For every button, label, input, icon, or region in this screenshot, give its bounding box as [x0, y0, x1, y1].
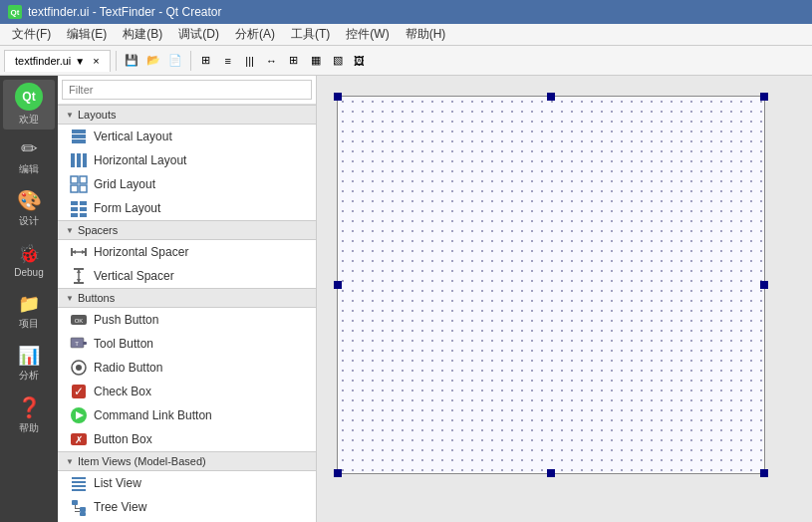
file-tab[interactable]: textfinder.ui ▼ ×: [4, 50, 111, 72]
svg-rect-0: [72, 130, 86, 133]
menu-edit[interactable]: 编辑(E): [59, 24, 115, 45]
grid-layout-label: Grid Layout: [94, 177, 155, 191]
handle-bottom-right[interactable]: [760, 469, 768, 477]
menu-tools[interactable]: 工具(T): [283, 24, 338, 45]
item-form-layout[interactable]: Form Layout: [58, 196, 316, 220]
item-list-view[interactable]: List View: [58, 471, 316, 495]
design-icon: 🎨: [17, 188, 42, 212]
menu-build[interactable]: 构建(B): [115, 24, 170, 45]
command-link-button-label: Command Link Button: [94, 408, 212, 422]
toolbar-btn-open[interactable]: 📂: [143, 51, 163, 71]
handle-top-left[interactable]: [334, 93, 342, 101]
sidebar-btn-design[interactable]: 🎨 设计: [3, 183, 55, 233]
svg-rect-9: [80, 185, 87, 192]
toolbar-btn-1[interactable]: ⊞: [196, 51, 216, 71]
menu-help[interactable]: 帮助(H): [398, 24, 454, 45]
svg-rect-29: [83, 342, 87, 345]
svg-rect-15: [80, 213, 87, 217]
toolbar-btn-6[interactable]: ▦: [306, 51, 326, 71]
category-buttons[interactable]: ▼ Buttons: [58, 288, 316, 308]
svg-rect-10: [71, 201, 78, 205]
sidebar-label-edit: 编辑: [19, 162, 39, 176]
check-box-label: Check Box: [94, 385, 151, 398]
form-layout-icon: [70, 199, 88, 217]
menu-controls[interactable]: 控件(W): [338, 24, 397, 45]
analyze-icon: 📊: [18, 345, 40, 367]
handle-bottom-left[interactable]: [334, 469, 342, 477]
item-button-box[interactable]: ✗ Button Box: [58, 427, 316, 451]
item-vertical-spacer[interactable]: Vertical Spacer: [58, 264, 316, 288]
svg-text:OK: OK: [75, 318, 84, 324]
category-item-views[interactable]: ▼ Item Views (Model-Based): [58, 451, 316, 471]
svg-rect-11: [80, 201, 87, 205]
svg-rect-44: [75, 505, 76, 508]
check-box-icon: ✓: [70, 383, 88, 400]
item-horizontal-layout[interactable]: Horizontal Layout: [58, 148, 316, 172]
sidebar-label-debug: Debug: [14, 267, 43, 278]
toolbar-btn-new[interactable]: 📄: [165, 51, 185, 71]
sidebar-btn-help[interactable]: ❓ 帮助: [3, 391, 55, 440]
toolbar-btn-3[interactable]: |||: [240, 51, 260, 71]
horizontal-layout-label: Horizontal Layout: [94, 153, 186, 167]
design-canvas[interactable]: [337, 96, 765, 474]
svg-text:T: T: [75, 341, 79, 347]
button-box-label: Button Box: [94, 432, 152, 446]
tool-button-label: Tool Button: [94, 337, 153, 351]
svg-rect-42: [72, 489, 86, 491]
handle-mid-left[interactable]: [334, 281, 342, 289]
item-grid-layout[interactable]: Grid Layout: [58, 172, 316, 196]
sidebar-label-help: 帮助: [19, 421, 39, 435]
sidebar-btn-debug[interactable]: 🐞 Debug: [3, 235, 55, 285]
sidebar-btn-welcome[interactable]: Qt 欢迎: [3, 80, 55, 130]
svg-text:✗: ✗: [75, 434, 83, 445]
buttons-label: Buttons: [78, 292, 115, 304]
help-icon: ❓: [17, 395, 42, 419]
svg-rect-1: [72, 134, 86, 138]
item-tree-view[interactable]: Tree View: [58, 495, 316, 519]
toolbar-btn-7[interactable]: ▧: [328, 51, 348, 71]
svg-rect-2: [72, 139, 86, 143]
handle-top-mid[interactable]: [547, 93, 555, 101]
left-sidebar: Qt 欢迎 ✏ 编辑 🎨 设计 🐞 Debug 📁 项目 📊 分析 ❓ 帮助: [0, 76, 58, 522]
menu-debug[interactable]: 调试(D): [170, 24, 227, 45]
canvas-area: [317, 76, 812, 522]
tab-label: textfinder.ui: [15, 55, 71, 67]
toolbar-btn-2[interactable]: ≡: [218, 51, 238, 71]
item-radio-button[interactable]: Radio Button: [58, 356, 316, 380]
svg-rect-39: [72, 477, 86, 479]
vertical-layout-label: Vertical Layout: [94, 130, 172, 143]
handle-top-right[interactable]: [760, 93, 768, 101]
qt-logo: Qt: [8, 5, 22, 19]
item-tool-button[interactable]: T Tool Button: [58, 332, 316, 356]
horizontal-spacer-icon: [70, 243, 88, 261]
handle-bottom-mid[interactable]: [547, 469, 555, 477]
sidebar-btn-projects[interactable]: 📁 项目: [3, 287, 55, 337]
filter-input[interactable]: [62, 80, 312, 100]
svg-rect-6: [71, 176, 78, 183]
push-button-icon: OK: [70, 311, 88, 329]
svg-rect-12: [71, 207, 78, 211]
item-horizontal-spacer[interactable]: Horizontal Spacer: [58, 240, 316, 264]
buttons-arrow: ▼: [66, 294, 74, 303]
menu-analyze[interactable]: 分析(A): [227, 24, 283, 45]
tab-close-icon[interactable]: ×: [93, 55, 99, 67]
item-vertical-layout[interactable]: Vertical Layout: [58, 125, 316, 148]
toolbar-separator-1: [116, 51, 117, 71]
svg-rect-13: [80, 207, 87, 211]
handle-mid-right[interactable]: [760, 281, 768, 289]
menu-file[interactable]: 文件(F): [4, 24, 59, 45]
category-spacers[interactable]: ▼ Spacers: [58, 220, 316, 240]
item-views-arrow: ▼: [66, 457, 74, 466]
tab-dropdown-icon: ▼: [75, 56, 85, 67]
item-push-button[interactable]: OK Push Button: [58, 308, 316, 332]
item-command-link-button[interactable]: Command Link Button: [58, 403, 316, 427]
sidebar-btn-edit[interactable]: ✏ 编辑: [3, 131, 55, 181]
category-layouts[interactable]: ▼ Layouts: [58, 105, 316, 125]
sidebar-label-design: 设计: [19, 214, 39, 228]
toolbar-btn-4[interactable]: ↔: [262, 51, 282, 71]
toolbar-btn-8[interactable]: 🖼: [350, 51, 370, 71]
toolbar-btn-save[interactable]: 💾: [122, 51, 141, 71]
item-check-box[interactable]: ✓ Check Box: [58, 380, 316, 403]
sidebar-btn-analyze[interactable]: 📊 分析: [3, 339, 55, 389]
toolbar-btn-5[interactable]: ⊞: [284, 51, 304, 71]
